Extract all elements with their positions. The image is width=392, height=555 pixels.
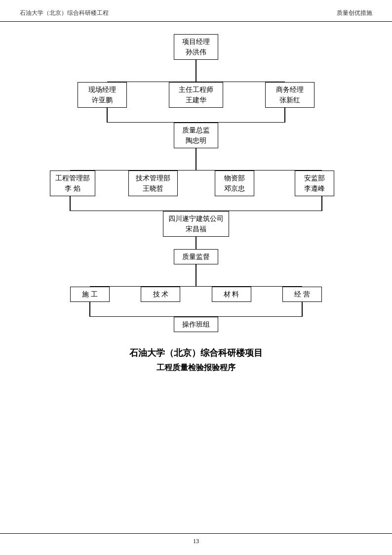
level7-row: 施 工 技 术 材 料 经 营 — [58, 287, 334, 302]
level2-branch-0: 现场经理 许亚鹏 — [58, 82, 147, 108]
level4-name-1: 王晓哲 — [134, 183, 172, 194]
level6-box: 质量监督 — [174, 249, 218, 264]
page: 石油大学（北京）综合科研楼工程 质量创优措施 项目经理 孙洪伟 — [0, 0, 392, 555]
level4-name-0: 李 焰 — [55, 183, 90, 194]
level4-title-2: 物资部 — [220, 173, 249, 183]
branch-svg-3 — [36, 161, 356, 171]
main-content: 项目经理 孙洪伟 现场经理 许 — [0, 22, 392, 403]
level3-title: 质量总监 — [179, 125, 213, 135]
level4-title-0: 工程管理部 — [55, 173, 90, 183]
level4-box-0: 工程管理部 李 焰 — [50, 171, 95, 196]
level2-branch-1: 主任工程师 王建华 — [147, 82, 245, 108]
header-left: 石油大学（北京）综合科研楼工程 — [20, 9, 109, 17]
header-right: 质量创优措施 — [337, 9, 372, 17]
level7-title-0: 施 工 — [76, 289, 104, 299]
level7-title-2: 材 料 — [217, 289, 246, 299]
level7-branch-3: 经 营 — [270, 287, 334, 302]
branch-svg-4 — [36, 196, 356, 211]
header: 石油大学（北京）综合科研楼工程 质量创优措施 — [0, 0, 392, 22]
level4-box-2: 物资部 邓京忠 — [215, 171, 254, 196]
level7-branch-0: 施 工 — [58, 287, 122, 302]
level4-branch-1: 技术管理部 王晓哲 — [110, 171, 196, 196]
bottom-titles: 石油大学（北京）综合科研楼项目 工程质量检验报验程序 — [129, 347, 263, 373]
level2-name-0: 许亚鹏 — [83, 95, 121, 105]
level4-branch-3: 安监部 李遵峰 — [273, 171, 356, 196]
level5-name: 宋昌福 — [168, 224, 224, 234]
level5-box: 四川遂宁建筑公司 宋昌福 — [163, 211, 229, 237]
level2-name-1: 王建华 — [174, 95, 218, 105]
level3-box: 质量总监 陶忠明 — [174, 123, 218, 148]
level3-name: 陶忠明 — [179, 135, 213, 146]
level2-title-0: 现场经理 — [83, 85, 121, 95]
org-chart: 项目经理 孙洪伟 现场经理 许 — [20, 32, 372, 332]
branch-svg-1 — [58, 72, 334, 82]
level5-branch: 四川遂宁建筑公司 宋昌福 — [163, 211, 229, 237]
level2-name-2: 张新红 — [271, 95, 309, 105]
level1-title: 项目经理 — [179, 37, 213, 47]
level2-title-2: 商务经理 — [271, 85, 309, 95]
level7-box-0: 施 工 — [70, 287, 110, 302]
level8-branch: 操作班组 — [174, 317, 218, 332]
v-line-5 — [196, 237, 196, 249]
level4-box-1: 技术管理部 王晓哲 — [128, 171, 178, 196]
footer: 13 — [0, 533, 392, 545]
v-line-3 — [196, 148, 196, 161]
level6-title: 质量监督 — [179, 252, 213, 262]
level6-branch: 质量监督 — [174, 249, 218, 264]
branch-svg-5 — [58, 277, 334, 287]
level4-title-3: 安监部 — [300, 173, 329, 183]
level8-box: 操作班组 — [174, 317, 218, 332]
level2-row: 现场经理 许亚鹏 主任工程师 王建华 商务经理 张新红 — [58, 82, 334, 108]
level4-name-3: 李遵峰 — [300, 183, 329, 194]
level4-branch-2: 物资部 邓京忠 — [196, 171, 273, 196]
level2-branch-2: 商务经理 张新红 — [245, 82, 334, 108]
level4-box-3: 安监部 李遵峰 — [295, 171, 334, 196]
level2-box-2: 商务经理 张新红 — [265, 82, 314, 108]
level7-branch-1: 技 术 — [128, 287, 193, 302]
level7-title-3: 经 营 — [288, 289, 316, 299]
branch-svg-2 — [58, 108, 334, 123]
level1-name: 孙洪伟 — [179, 47, 213, 57]
level7-title-1: 技 术 — [146, 289, 175, 299]
level4-branch-0: 工程管理部 李 焰 — [36, 171, 110, 196]
branch-svg-6 — [58, 302, 334, 317]
level5-title: 四川遂宁建筑公司 — [168, 213, 224, 224]
v-line-6 — [196, 264, 196, 277]
level3-branch: 质量总监 陶忠明 — [174, 123, 218, 148]
bottom-title2: 工程质量检验报验程序 — [129, 363, 263, 373]
level2-box-0: 现场经理 许亚鹏 — [78, 82, 127, 108]
level7-box-2: 材 料 — [212, 287, 251, 302]
level4-row: 工程管理部 李 焰 技术管理部 王晓哲 物资部 邓京忠 — [36, 171, 356, 196]
level7-box-1: 技 术 — [141, 287, 180, 302]
v-line-1 — [196, 60, 196, 72]
level2-title-1: 主任工程师 — [174, 85, 218, 95]
page-number: 13 — [193, 538, 199, 545]
level7-box-3: 经 营 — [282, 287, 322, 302]
level1-branch: 项目经理 孙洪伟 — [174, 34, 218, 60]
level2-box-1: 主任工程师 王建华 — [169, 82, 223, 108]
level8-title: 操作班组 — [179, 319, 213, 330]
level4-title-1: 技术管理部 — [134, 173, 172, 183]
bottom-title1: 石油大学（北京）综合科研楼项目 — [129, 347, 263, 359]
level7-branch-2: 材 料 — [199, 287, 264, 302]
level1-box: 项目经理 孙洪伟 — [174, 34, 218, 60]
level4-name-2: 邓京忠 — [220, 183, 249, 194]
